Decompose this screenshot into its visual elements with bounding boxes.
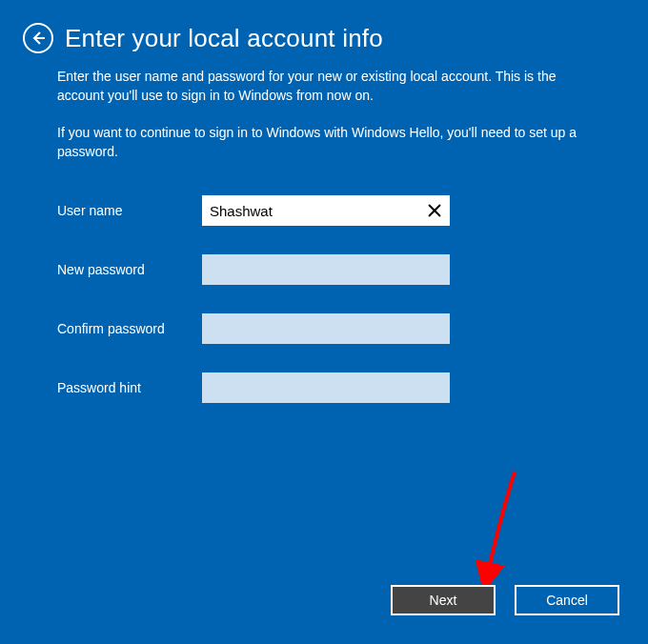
new-password-label: New password: [57, 262, 202, 277]
description-paragraph-1: Enter the user name and password for you…: [57, 67, 591, 106]
description-paragraph-2: If you want to continue to sign in to Wi…: [57, 123, 591, 162]
username-input[interactable]: [202, 195, 450, 226]
back-button[interactable]: [23, 23, 53, 53]
confirm-password-label: Confirm password: [57, 321, 202, 336]
password-hint-input[interactable]: [202, 372, 450, 403]
annotation-arrow-icon: [475, 467, 532, 600]
account-form: User name New password Confirm password: [57, 195, 591, 403]
page-title: Enter your local account info: [65, 24, 383, 53]
new-password-input[interactable]: [202, 254, 450, 285]
back-arrow-icon: [30, 30, 46, 46]
close-icon: [428, 204, 441, 217]
cancel-button[interactable]: Cancel: [515, 585, 619, 615]
next-button[interactable]: Next: [391, 585, 496, 615]
username-label: User name: [57, 203, 202, 218]
confirm-password-input[interactable]: [202, 313, 450, 344]
clear-input-button[interactable]: [423, 199, 446, 222]
password-hint-label: Password hint: [57, 380, 202, 395]
